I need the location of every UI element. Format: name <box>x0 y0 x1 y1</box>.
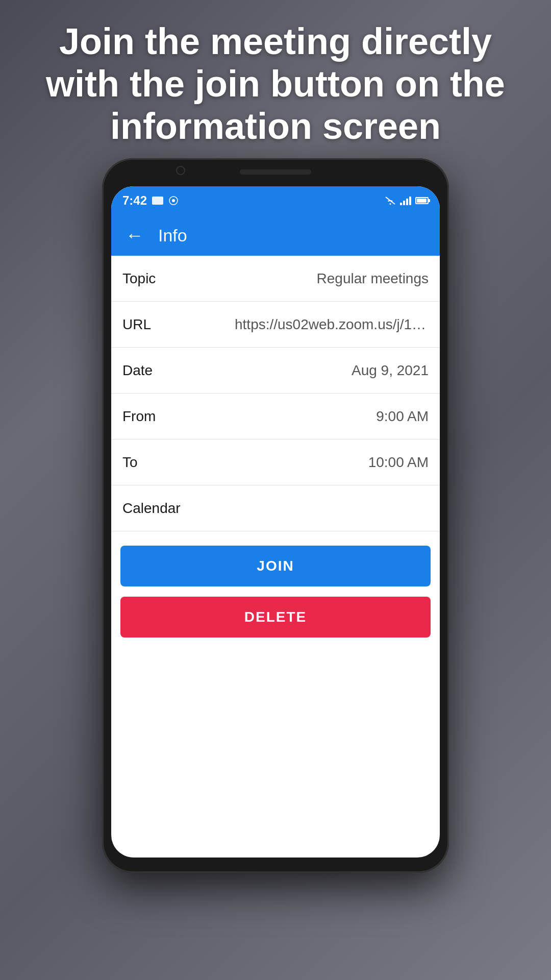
date-label: Date <box>122 362 153 379</box>
battery-icon <box>415 197 429 204</box>
wifi-off-icon <box>385 196 396 205</box>
topic-value: Regular meetings <box>317 271 429 287</box>
delete-button[interactable]: DELETE <box>120 597 431 638</box>
phone-frame: 7:42 <box>102 158 449 873</box>
from-value: 9:00 AM <box>376 408 429 425</box>
side-button-power <box>448 393 449 459</box>
status-bar: 7:42 <box>111 186 440 215</box>
calendar-row: Calendar <box>111 485 440 531</box>
date-row: Date Aug 9, 2021 <box>111 348 440 394</box>
url-label: URL <box>122 316 151 333</box>
status-bar-right <box>385 196 429 205</box>
phone-camera <box>176 166 185 175</box>
url-value: https://us02web.zoom.us/j/123456789... <box>235 316 429 333</box>
app-bar: ← Info <box>111 215 440 256</box>
topic-label: Topic <box>122 271 156 287</box>
signal-icon <box>400 196 411 205</box>
date-value: Aug 9, 2021 <box>352 362 429 379</box>
to-value: 10:00 AM <box>368 454 429 471</box>
sim-icon <box>152 197 163 205</box>
calendar-label: Calendar <box>122 500 181 517</box>
url-row[interactable]: URL https://us02web.zoom.us/j/123456789.… <box>111 302 440 348</box>
join-button[interactable]: JOIN <box>120 546 431 586</box>
info-content: Topic Regular meetings URL https://us02w… <box>111 256 440 648</box>
phone-screen: 7:42 <box>111 186 440 857</box>
status-bar-left: 7:42 <box>122 193 179 208</box>
status-time: 7:42 <box>122 193 147 208</box>
buttons-area: JOIN DELETE <box>111 531 440 648</box>
topic-row: Topic Regular meetings <box>111 256 440 302</box>
app-bar-title: Info <box>158 226 187 246</box>
side-button-volume <box>448 337 449 378</box>
vpn-icon <box>168 195 179 206</box>
headline-text: Join the meeting directly with the join … <box>0 20 551 147</box>
from-label: From <box>122 408 156 425</box>
to-row: To 10:00 AM <box>111 439 440 485</box>
svg-point-1 <box>172 199 175 202</box>
from-row: From 9:00 AM <box>111 394 440 439</box>
back-button[interactable]: ← <box>121 220 148 250</box>
to-label: To <box>122 454 138 471</box>
phone-speaker <box>240 169 311 175</box>
svg-line-2 <box>386 197 395 204</box>
